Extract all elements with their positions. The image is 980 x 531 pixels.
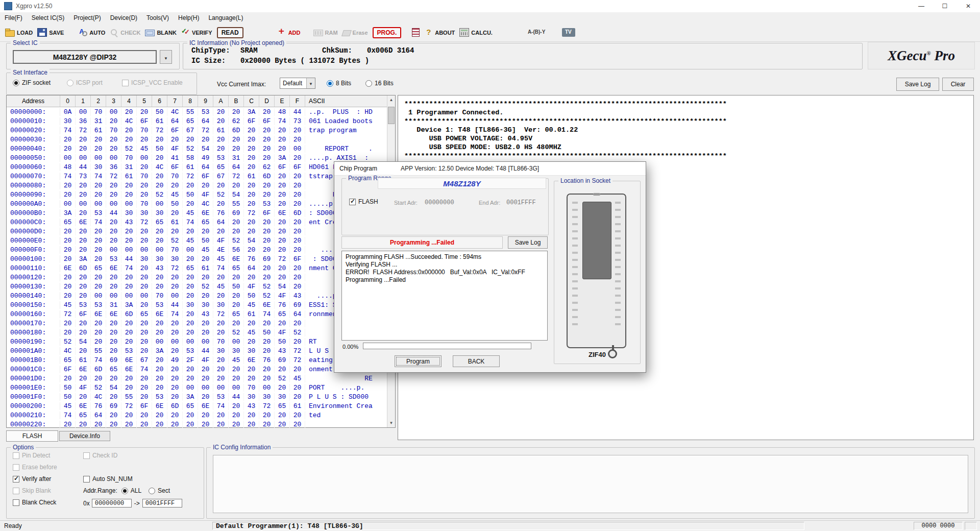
hex-byte-cell[interactable]: 20 bbox=[259, 421, 275, 428]
hex-byte-cell[interactable]: 53 bbox=[259, 200, 275, 208]
hex-byte-cell[interactable]: 00 bbox=[167, 338, 183, 346]
hex-byte-cell[interactable]: 52 bbox=[229, 237, 244, 245]
hex-byte-cell[interactable]: 61 bbox=[76, 356, 91, 364]
hex-byte-cell[interactable]: 20 bbox=[152, 228, 167, 235]
hex-byte-cell[interactable]: 20 bbox=[244, 163, 259, 171]
hex-byte-cell[interactable]: 00 bbox=[137, 292, 152, 300]
hex-byte-cell[interactable]: 30 bbox=[213, 301, 229, 309]
hex-byte-cell[interactable]: 20 bbox=[229, 219, 244, 226]
hex-byte-cell[interactable]: 4C bbox=[167, 108, 183, 116]
hex-byte-cell[interactable]: 53 bbox=[198, 108, 213, 116]
hex-byte-cell[interactable]: 6F bbox=[259, 209, 275, 217]
hex-byte-cell[interactable]: 20 bbox=[244, 200, 259, 208]
hex-byte-cell[interactable]: 20 bbox=[275, 366, 290, 373]
hex-byte-cell[interactable]: 20 bbox=[244, 127, 259, 134]
hex-byte-cell[interactable]: 20 bbox=[244, 246, 259, 254]
hex-byte-cell[interactable]: 00 bbox=[183, 384, 198, 392]
hex-byte-cell[interactable]: 20 bbox=[106, 228, 121, 235]
hex-byte-cell[interactable]: 00 bbox=[91, 200, 106, 208]
hex-ascii-cell[interactable]: 061 Loaded boots bbox=[305, 117, 387, 125]
hex-byte-cell[interactable]: 20 bbox=[244, 136, 259, 143]
hex-byte-cell[interactable]: 50 bbox=[183, 191, 198, 199]
hex-byte-cell[interactable]: 64 bbox=[244, 264, 259, 272]
hex-byte-cell[interactable]: 67 bbox=[183, 127, 198, 134]
hex-byte-cell[interactable]: 44 bbox=[106, 209, 121, 217]
hex-byte-cell[interactable]: 73 bbox=[290, 117, 305, 125]
hex-byte-cell[interactable]: 20 bbox=[76, 237, 91, 245]
hex-byte-cell[interactable]: 76 bbox=[275, 301, 290, 309]
erase-before-checkbox[interactable]: Erase before bbox=[13, 464, 57, 471]
hex-byte-cell[interactable]: 54 bbox=[229, 191, 244, 199]
hex-byte-cell[interactable]: 20 bbox=[106, 237, 121, 245]
hex-byte-cell[interactable]: 53 bbox=[213, 154, 229, 162]
hex-byte-cell[interactable]: 3A bbox=[152, 347, 167, 355]
hex-byte-cell[interactable]: 20 bbox=[259, 136, 275, 143]
hex-byte-cell[interactable]: 49 bbox=[167, 356, 183, 364]
hex-byte-cell[interactable]: 20 bbox=[137, 264, 152, 272]
hex-byte-cell[interactable]: 20 bbox=[213, 329, 229, 336]
hex-byte-cell[interactable]: 20 bbox=[275, 412, 290, 419]
hex-byte-cell[interactable]: 20 bbox=[259, 412, 275, 419]
hex-byte-cell[interactable]: 20 bbox=[106, 421, 121, 428]
hex-byte-cell[interactable]: 20 bbox=[106, 412, 121, 419]
hex-byte-cell[interactable]: 20 bbox=[213, 274, 229, 281]
hex-byte-cell[interactable]: 74 bbox=[167, 310, 183, 318]
hex-byte-cell[interactable]: 20 bbox=[290, 219, 305, 226]
hex-byte-cell[interactable]: 20 bbox=[198, 329, 213, 336]
hex-byte-cell[interactable]: 64 bbox=[91, 412, 106, 419]
hex-byte-cell[interactable]: 00 bbox=[137, 246, 152, 254]
hex-byte-cell[interactable]: 20 bbox=[213, 136, 229, 143]
hex-byte-cell[interactable]: 70 bbox=[167, 173, 183, 180]
hex-byte-cell[interactable]: 20 bbox=[76, 347, 91, 355]
hex-byte-cell[interactable]: 20 bbox=[275, 264, 290, 272]
hex-byte-cell[interactable]: 76 bbox=[259, 356, 275, 364]
hex-byte-cell[interactable]: 53 bbox=[121, 347, 137, 355]
hex-byte-cell[interactable]: 20 bbox=[60, 292, 76, 300]
hex-byte-cell[interactable]: 20 bbox=[106, 274, 121, 281]
hex-byte-cell[interactable]: 4F bbox=[76, 384, 91, 392]
hex-byte-cell[interactable]: 20 bbox=[76, 246, 91, 254]
hex-byte-cell[interactable]: 20 bbox=[290, 393, 305, 401]
hex-byte-cell[interactable]: 20 bbox=[229, 366, 244, 373]
hex-byte-cell[interactable]: 20 bbox=[76, 136, 91, 143]
hex-byte-cell[interactable]: 6E bbox=[121, 366, 137, 373]
scrollbar-thumb[interactable] bbox=[388, 107, 395, 124]
hex-byte-cell[interactable]: 52 bbox=[91, 384, 106, 392]
hex-byte-cell[interactable]: 00 bbox=[183, 246, 198, 254]
hex-byte-cell[interactable]: 65 bbox=[183, 264, 198, 272]
hex-byte-cell[interactable]: 20 bbox=[152, 375, 167, 382]
hex-byte-cell[interactable]: 6D bbox=[121, 310, 137, 318]
hex-byte-cell[interactable]: 20 bbox=[290, 366, 305, 373]
hex-byte-cell[interactable]: 30 bbox=[137, 255, 152, 263]
hex-byte-cell[interactable]: 20 bbox=[152, 329, 167, 336]
hex-byte-cell[interactable]: 74 bbox=[91, 173, 106, 180]
hex-byte-cell[interactable]: 20 bbox=[91, 421, 106, 428]
hex-byte-cell[interactable]: 20 bbox=[198, 182, 213, 189]
hex-byte-cell[interactable]: 30 bbox=[91, 163, 106, 171]
hex-byte-cell[interactable]: 20 bbox=[244, 228, 259, 235]
hex-byte-cell[interactable]: 30 bbox=[152, 255, 167, 263]
toolbar-tv-button[interactable] bbox=[562, 28, 575, 37]
hex-byte-cell[interactable]: 20 bbox=[167, 136, 183, 143]
hex-byte-cell[interactable]: 20 bbox=[121, 127, 137, 134]
hex-byte-cell[interactable]: 64 bbox=[213, 219, 229, 226]
hex-byte-cell[interactable]: 30 bbox=[121, 209, 137, 217]
hex-byte-cell[interactable]: 00 bbox=[198, 338, 213, 346]
hex-byte-cell[interactable]: 70 bbox=[137, 200, 152, 208]
menu-select-ic-s[interactable]: Select IC(S) bbox=[27, 13, 69, 23]
scroll-up-icon[interactable]: ▲ bbox=[387, 95, 395, 104]
toolbar-load-button[interactable]: LOAD bbox=[5, 29, 33, 37]
menu-tools-v[interactable]: Tools(V) bbox=[142, 13, 174, 23]
hex-byte-cell[interactable]: 20 bbox=[76, 274, 91, 281]
hex-byte-cell[interactable]: 6F bbox=[167, 163, 183, 171]
hex-byte-cell[interactable]: 20 bbox=[137, 384, 152, 392]
hex-byte-cell[interactable]: 20 bbox=[60, 375, 76, 382]
hex-byte-cell[interactable]: 54 bbox=[76, 338, 91, 346]
hex-byte-cell[interactable]: 3A bbox=[183, 393, 198, 401]
hex-byte-cell[interactable]: 00 bbox=[259, 384, 275, 392]
hex-byte-cell[interactable]: 20 bbox=[167, 412, 183, 419]
hex-byte-cell[interactable]: 43 bbox=[121, 219, 137, 226]
hex-byte-cell[interactable]: 00 bbox=[121, 246, 137, 254]
hex-byte-cell[interactable]: 70 bbox=[152, 292, 167, 300]
hex-byte-cell[interactable]: 65 bbox=[91, 264, 106, 272]
